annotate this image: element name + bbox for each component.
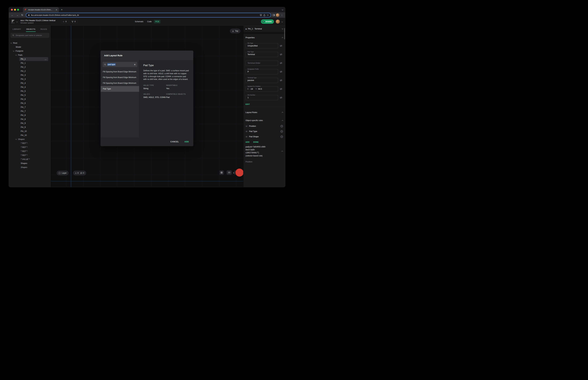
tree-item[interactable]: *`REF`* <box>9 153 51 157</box>
tree-item[interactable]: Pin_10 <box>9 129 51 133</box>
layout-rules-section-header[interactable]: Layout Rules <box>246 109 283 116</box>
share-page-icon[interactable] <box>263 14 265 16</box>
tree-item[interactable]: Pin_10 <box>9 133 51 137</box>
tree-item[interactable]: Shapes <box>9 137 51 141</box>
tree-item[interactable]: Pin_3 <box>9 77 51 81</box>
visibility-toggle[interactable] <box>279 70 283 74</box>
tree-item[interactable]: Pin_7 <box>9 105 51 109</box>
visibility-toggle[interactable] <box>279 61 283 65</box>
rule-result[interactable]: Fill Spacing from Board Edge Minimum <box>101 69 139 75</box>
tree-item[interactable]: *`REF`* <box>9 145 51 149</box>
browser-menu-icon[interactable]: ⋮ <box>280 14 284 16</box>
chevron-down-icon[interactable] <box>15 54 17 56</box>
remove-rule-icon[interactable] <box>280 125 283 128</box>
tree-item[interactable]: Pin_5 <box>9 93 51 97</box>
tab-pcb[interactable]: PCB <box>154 20 161 23</box>
pin-number-input[interactable] <box>247 96 276 99</box>
rule-search-value[interactable]: pad type <box>107 63 116 66</box>
minimize-window-button[interactable] <box>14 9 16 11</box>
user-avatar[interactable] <box>276 19 280 24</box>
tree-item[interactable]: *`VALUE`* <box>9 157 51 161</box>
reload-button[interactable]: ↻ <box>20 13 24 17</box>
remove-rule-icon[interactable] <box>280 135 283 138</box>
terminal-order-input[interactable] <box>247 62 276 64</box>
collapse-layout-rules-icon[interactable] <box>282 112 283 113</box>
rule-row[interactable]: Pad Shape <box>246 134 283 139</box>
rule-search-box[interactable]: pad type ✕ <box>103 62 137 67</box>
tree-item[interactable]: Pin_1 <box>9 61 51 65</box>
drag-handle-icon[interactable] <box>246 136 248 138</box>
tab-schematic[interactable]: Schematic <box>133 20 145 23</box>
tree-item[interactable]: Pin_8 <box>9 113 51 117</box>
tree-item[interactable]: *`REF`* <box>9 149 51 153</box>
tree-item[interactable]: *`REF`* <box>9 141 51 145</box>
chevron-down-icon[interactable] <box>10 42 12 43</box>
tree-item[interactable]: Pin_8 <box>9 117 51 121</box>
browser-tab[interactable]: nico/pin-header-01x10-254m... ✕ <box>23 7 59 12</box>
terminal-order-field[interactable] <box>246 60 278 66</box>
object-rules-header[interactable]: Object-specific rules <box>246 117 283 124</box>
visibility-toggle[interactable] <box>279 52 283 57</box>
pin-number-field[interactable]: Pin Number <box>246 95 278 100</box>
part-type-field[interactable]: Part Type <box>246 52 278 57</box>
bookmark-star-icon[interactable]: ☆ <box>267 14 269 17</box>
tree-item[interactable]: Pin_7 <box>9 109 51 113</box>
inspector-chevron-icon[interactable] <box>282 28 283 29</box>
designator-prefix-input[interactable] <box>247 71 276 73</box>
x-value[interactable]: -18 <box>250 88 253 90</box>
designator-prefix-field[interactable]: Designator Prefix <box>246 69 278 74</box>
visibility-toggle[interactable] <box>279 78 283 82</box>
selector-rule-block[interactable]: pad[uid="3d54f0f2-c989- 8ee3-3a89- c2802… <box>246 145 283 157</box>
rule-row[interactable]: Pad Type <box>246 129 283 134</box>
install-app-icon[interactable] <box>260 14 262 16</box>
collapse-properties-icon[interactable] <box>282 37 283 38</box>
back-button[interactable]: ← <box>10 13 14 17</box>
rule-result[interactable]: Fill Spacing from Board Edge Minimum <box>101 80 139 86</box>
tree-item[interactable]: Pin_9 <box>9 125 51 129</box>
flux-logo[interactable]: BETA <box>11 20 15 23</box>
grid-toggle-button[interactable] <box>219 171 224 175</box>
browser-profile-avatar[interactable] <box>276 13 279 17</box>
collapse-selector-icon[interactable] <box>281 151 283 152</box>
add-rule-link[interactable]: ADD <box>246 141 250 143</box>
tree-item[interactable]: Footprint <box>9 49 51 53</box>
done-link[interactable]: DONE <box>253 141 259 143</box>
drag-handle-icon[interactable] <box>246 125 248 127</box>
tab-library[interactable]: LIBRARY <box>12 28 21 32</box>
remove-rule-icon[interactable] <box>280 130 283 133</box>
share-button[interactable]: SHARE <box>261 19 274 24</box>
account-chevron-icon[interactable] <box>281 21 283 22</box>
terminal-type-input[interactable] <box>247 79 276 82</box>
tree-item[interactable]: Shapes <box>9 165 51 169</box>
split-view-icon[interactable] <box>273 14 275 16</box>
tree-item[interactable]: Pin_4 <box>9 81 51 85</box>
tree-item[interactable]: Pads <box>9 53 51 57</box>
forward-button[interactable]: → <box>15 13 19 17</box>
tree-item[interactable]: Pin_9 <box>9 121 51 125</box>
symbol-pin-position-field[interactable]: Symbol Pin Position X: -18 Y: 64.5 <box>246 86 278 92</box>
fork-count-button[interactable]: 0 <box>70 19 77 24</box>
add-button[interactable]: ADD <box>185 141 189 143</box>
tree-item[interactable]: Pin_4 <box>9 85 51 89</box>
new-tab-button[interactable]: + <box>60 8 64 12</box>
close-window-button[interactable] <box>11 9 13 11</box>
y-value[interactable]: 64.5 <box>258 88 262 90</box>
tree-item[interactable]: Pin_2 <box>9 69 51 73</box>
star-count-button[interactable]: ☆ 0 <box>61 19 68 24</box>
layer-selector[interactable]: Layer <box>57 171 69 175</box>
object-search-input[interactable] <box>15 34 47 37</box>
project-menu-chevron-icon[interactable] <box>16 21 18 22</box>
visibility-toggle[interactable] <box>279 44 283 48</box>
tree-item[interactable]: Pin_5 <box>9 89 51 93</box>
rule-result[interactable]: Fill Spacing from Board Edge Minimum <box>101 75 139 80</box>
scrollbar-thumb[interactable] <box>284 28 285 39</box>
edit-link[interactable]: EDIT <box>246 103 250 105</box>
tree-item[interactable]: Root <box>9 41 51 45</box>
tab-rules[interactable]: RULES <box>40 28 47 32</box>
tree-item[interactable]: Model <box>9 45 51 49</box>
tree-item[interactable]: Pin_2 <box>9 65 51 69</box>
pin-type-input[interactable] <box>247 45 276 47</box>
tree-item[interactable]: Pin_6 <box>9 97 51 101</box>
pin-type-field[interactable]: Pin Type <box>246 43 278 48</box>
rule-result-selected[interactable]: Pad Type <box>101 86 139 92</box>
